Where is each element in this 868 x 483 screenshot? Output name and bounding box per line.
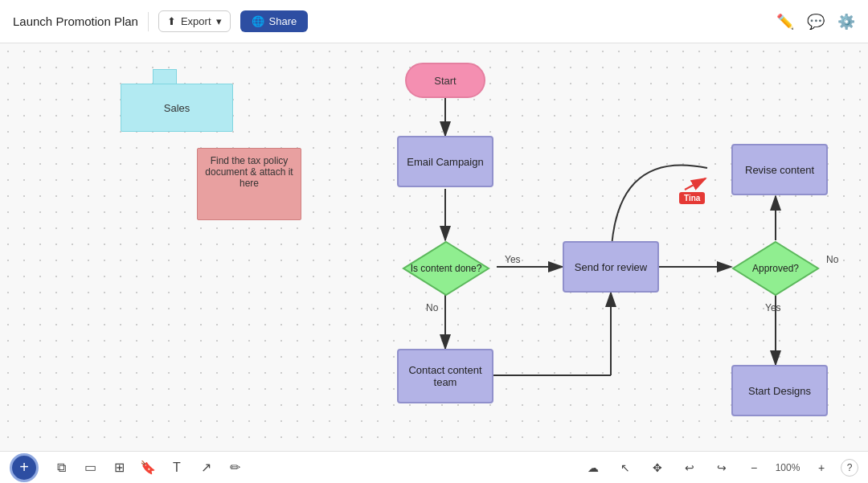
- cloud-icon[interactable]: ☁: [580, 455, 606, 481]
- redo-icon[interactable]: ↪: [709, 455, 735, 481]
- move-icon[interactable]: ✥: [645, 455, 670, 481]
- label-yes1: Yes: [505, 254, 521, 265]
- zoom-level: 100%: [773, 462, 802, 473]
- svg-marker-13: [733, 242, 818, 295]
- export-label: Export: [181, 15, 211, 27]
- zoom-out-button[interactable]: −: [741, 455, 767, 481]
- sticky-tool-button[interactable]: 🔖: [135, 455, 161, 481]
- svg-line-5: [685, 178, 706, 190]
- sticky-note-tax[interactable]: Find the tax policy document & attach it…: [197, 148, 301, 220]
- zoom-in-button[interactable]: +: [809, 455, 834, 481]
- node-email-campaign[interactable]: Email Campaign: [397, 136, 493, 187]
- node-contact-content-team[interactable]: Contact content team: [397, 349, 493, 403]
- line-tool-button[interactable]: ↗: [193, 455, 219, 481]
- bottom-toolbar: + ⧉ ▭ ⊞ 🔖 T ↗ ✏ ☁ ↖ ✥ ↩ ↪ − 100% + ?: [0, 451, 868, 483]
- svg-marker-12: [403, 242, 489, 295]
- export-chevron-icon: ▾: [216, 15, 222, 27]
- header-actions: ✏️ 💬 ⚙️: [776, 13, 855, 31]
- settings-icon[interactable]: ⚙️: [837, 13, 855, 31]
- sticky-tax-text: Find the tax policy document & attach it…: [205, 155, 293, 189]
- node-send-for-review[interactable]: Send for review: [563, 241, 659, 293]
- header-divider: [148, 12, 149, 31]
- label-no1: No: [426, 302, 438, 313]
- add-icon: +: [19, 458, 29, 477]
- node-start-designs-label: Start Designs: [748, 385, 811, 397]
- share-button[interactable]: 🌐 Share: [240, 10, 309, 32]
- node-approved[interactable]: Approved?: [731, 240, 820, 297]
- node-revise-content[interactable]: Revise content: [731, 144, 828, 195]
- node-is-content-done[interactable]: Is content done?: [402, 240, 490, 297]
- canvas[interactable]: Sales Find the tax policy document & att…: [0, 43, 868, 451]
- label-no2: No: [826, 254, 838, 265]
- node-start-label: Start: [434, 75, 456, 87]
- node-start[interactable]: Start: [405, 63, 485, 98]
- sticky-sales-text: Sales: [164, 102, 190, 114]
- help-icon[interactable]: ?: [841, 459, 858, 477]
- text-tool-button[interactable]: T: [164, 455, 190, 481]
- tab-connector: [153, 69, 177, 85]
- bottom-right-controls: ☁ ↖ ✥ ↩ ↪ − 100% + ?: [580, 455, 858, 481]
- sticky-note-sales[interactable]: Sales: [121, 84, 233, 132]
- copy-tool-button[interactable]: ⧉: [48, 455, 74, 481]
- node-send-label: Send for review: [575, 261, 647, 273]
- header: Launch Promotion Plan ⬆ Export ▾ 🌐 Share…: [0, 0, 868, 43]
- share-label: Share: [269, 15, 297, 27]
- tina-label: Tina: [684, 194, 700, 203]
- tina-badge[interactable]: Tina: [679, 192, 705, 204]
- node-email-label: Email Campaign: [407, 156, 483, 168]
- cursor-icon[interactable]: ↖: [612, 455, 638, 481]
- pen-tool-button[interactable]: ✏: [222, 455, 248, 481]
- node-start-designs[interactable]: Start Designs: [731, 365, 828, 416]
- node-contact-label: Contact content team: [399, 364, 492, 388]
- table-tool-button[interactable]: ⊞: [106, 455, 132, 481]
- export-button[interactable]: ⬆ Export ▾: [158, 10, 231, 32]
- undo-icon[interactable]: ↩: [677, 455, 702, 481]
- edit-icon[interactable]: ✏️: [776, 13, 794, 31]
- export-icon: ⬆: [167, 15, 176, 27]
- document-title: Launch Promotion Plan: [13, 14, 138, 28]
- add-button[interactable]: +: [10, 453, 39, 482]
- share-globe-icon: 🌐: [252, 15, 264, 27]
- label-yes2: Yes: [765, 302, 781, 313]
- comment-icon[interactable]: 💬: [807, 13, 825, 31]
- node-revise-label: Revise content: [745, 164, 814, 176]
- rect-tool-button[interactable]: ▭: [77, 455, 103, 481]
